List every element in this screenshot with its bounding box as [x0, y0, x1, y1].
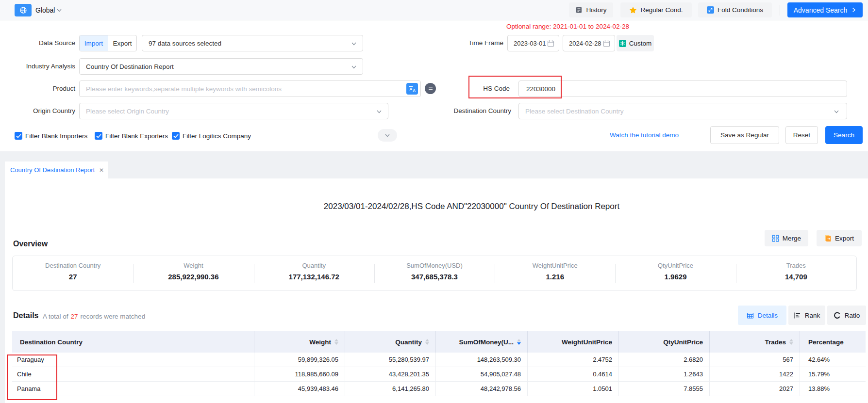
- data-sources-select[interactable]: 97 data sources selected: [142, 35, 363, 51]
- stat-value: 14,709: [785, 273, 807, 281]
- export-label: Export: [835, 235, 854, 242]
- sort-carets-icon[interactable]: [517, 339, 521, 345]
- stat-label: Weight: [184, 262, 203, 269]
- view-ratio-button[interactable]: Ratio: [827, 306, 866, 325]
- region-selector-label[interactable]: Global: [35, 0, 55, 20]
- export-toggle[interactable]: Export: [108, 35, 136, 51]
- destination-country-label: Destination Country: [427, 103, 511, 119]
- stat-label: QtyUnitPrice: [658, 262, 693, 269]
- report-title: 2023/03/01-2024/02/28,HS Code AND"220300…: [0, 202, 868, 211]
- column-header-label: Destination Country: [20, 339, 83, 346]
- date-to-input[interactable]: 2024-02-28: [563, 35, 615, 51]
- column-header-quantity[interactable]: Quantity: [345, 331, 436, 353]
- column-header-sumofmoney-u-[interactable]: SumOfMoney(U...: [436, 331, 528, 353]
- export-button[interactable]: Export: [817, 230, 862, 246]
- calendar-icon: [547, 40, 554, 47]
- sort-carets-icon[interactable]: [789, 339, 793, 345]
- details-table: Destination CountryWeightQuantitySumOfMo…: [12, 331, 866, 396]
- sort-carets-icon[interactable]: [334, 339, 338, 345]
- advanced-search-button[interactable]: Advanced Search: [787, 2, 863, 17]
- column-header-label: Trades: [765, 339, 786, 346]
- overview-stat: QtyUnitPrice1.9629: [615, 256, 735, 290]
- table-row[interactable]: Panama45,939,483.466,141,265.8048,242,97…: [12, 382, 866, 396]
- tab-label: Country Of Destination Report: [5, 166, 95, 174]
- destination-country-select[interactable]: Please select Destination Country: [518, 103, 847, 119]
- checkbox-filter-blank-importers[interactable]: [15, 132, 22, 140]
- calendar-icon: [603, 40, 610, 47]
- product-placeholder: Please enter keywords,separate multiple …: [80, 85, 282, 93]
- column-header-label: Weight: [309, 339, 331, 346]
- custom-icon: [619, 40, 626, 47]
- custom-button[interactable]: Custom: [617, 35, 654, 51]
- view-rank-label: Rank: [805, 312, 820, 319]
- destination-country-placeholder: Please select Destination Country: [519, 108, 624, 115]
- fold-conditions-label: Fold Conditions: [718, 6, 763, 14]
- origin-country-select[interactable]: Please select Origin Country: [79, 103, 388, 119]
- column-header-trades[interactable]: Trades: [710, 331, 800, 353]
- svg-text:A: A: [413, 88, 416, 93]
- time-frame-label: Time Frame: [427, 35, 503, 51]
- overview-stat: WeightUnitPrice1.216: [495, 256, 615, 290]
- merge-label: Merge: [783, 235, 801, 242]
- table-cell: 2.4752: [528, 353, 619, 367]
- translate-icon[interactable]: A: [406, 83, 418, 95]
- globe-button[interactable]: [15, 4, 32, 16]
- import-export-toggle: Import Export: [79, 35, 137, 51]
- checkbox-filter-logitics-company[interactable]: [172, 132, 180, 140]
- history-button[interactable]: History: [569, 2, 613, 17]
- chevron-down-icon: [351, 64, 357, 70]
- view-details-button[interactable]: Details: [738, 306, 786, 325]
- table-cell: 567: [710, 353, 800, 367]
- save-as-regular-button[interactable]: Save as Regular: [710, 126, 779, 144]
- overview-stat: Trades14,709: [736, 256, 856, 290]
- column-header-weight[interactable]: Weight: [254, 331, 345, 353]
- tab-strip: [0, 151, 868, 178]
- date-from-value: 2023-03-01: [514, 40, 546, 47]
- table-cell: 2027: [710, 382, 800, 396]
- search-button[interactable]: Search: [825, 126, 863, 144]
- details-heading: Details: [13, 311, 38, 320]
- close-icon[interactable]: ✕: [99, 167, 108, 174]
- sort-carets-icon[interactable]: [425, 339, 429, 345]
- hs-code-input[interactable]: 22030000: [518, 81, 847, 97]
- column-header-label: SumOfMoney(U...: [459, 339, 514, 346]
- table-cell: 148,263,509.30: [436, 353, 528, 367]
- tab-country-of-destination-report[interactable]: Country Of Destination Report ✕: [5, 161, 108, 178]
- table-row[interactable]: Chile118,985,660.0943,428,201.3554,905,0…: [12, 367, 866, 382]
- regular-cond-button[interactable]: Regular Cond.: [620, 2, 692, 17]
- checkbox-label: Filter Blank Exporters: [105, 132, 168, 140]
- checkbox-filter-blank-exporters[interactable]: [95, 132, 102, 140]
- regular-cond-label: Regular Cond.: [640, 6, 683, 14]
- collapse-toggle[interactable]: [378, 129, 397, 142]
- table-header-row: Destination CountryWeightQuantitySumOfMo…: [12, 331, 866, 353]
- chevron-down-icon[interactable]: [56, 7, 62, 13]
- view-rank-button[interactable]: Rank: [788, 306, 825, 325]
- table-cell: 7.8555: [619, 382, 710, 396]
- chevron-down-icon: [384, 132, 390, 138]
- import-toggle[interactable]: Import: [80, 35, 108, 51]
- chevron-down-icon: [376, 109, 382, 114]
- records-matched-text: A total of27records were matched: [43, 313, 145, 320]
- tutorial-link[interactable]: Watch the tutorial demo: [610, 127, 679, 144]
- industry-analysis-value: Country Of Destination Report: [80, 63, 174, 70]
- date-from-input[interactable]: 2023-03-01: [507, 35, 559, 51]
- overview-stat: SumOfMoney(USD)347,685,378.3: [374, 256, 495, 290]
- fold-conditions-button[interactable]: Fold Conditions: [698, 2, 772, 17]
- top-bar: Global History Regular Cond. Fold Condit…: [0, 0, 868, 20]
- history-label: History: [586, 6, 606, 14]
- overview-heading: Overview: [13, 240, 48, 248]
- overview-stat: Quantity177,132,146.72: [254, 256, 374, 290]
- table-cell: 59,899,326.05: [254, 353, 345, 367]
- product-input[interactable]: Please enter keywords,separate multiple …: [79, 81, 421, 97]
- total-suffix: records were matched: [81, 313, 146, 320]
- check-icon: [96, 134, 101, 138]
- industry-analysis-select[interactable]: Country Of Destination Report: [79, 58, 363, 75]
- table-cell: 42.64%: [800, 353, 866, 367]
- pie-icon: [834, 312, 841, 319]
- chevron-down-icon: [834, 109, 839, 114]
- table-row[interactable]: Paraguay59,899,326.0555,280,539.97148,26…: [12, 353, 866, 367]
- reset-button[interactable]: Reset: [785, 126, 818, 144]
- check-icon: [173, 134, 179, 138]
- merge-button[interactable]: Merge: [765, 230, 808, 246]
- table-cell: 118,985,660.09: [254, 367, 345, 381]
